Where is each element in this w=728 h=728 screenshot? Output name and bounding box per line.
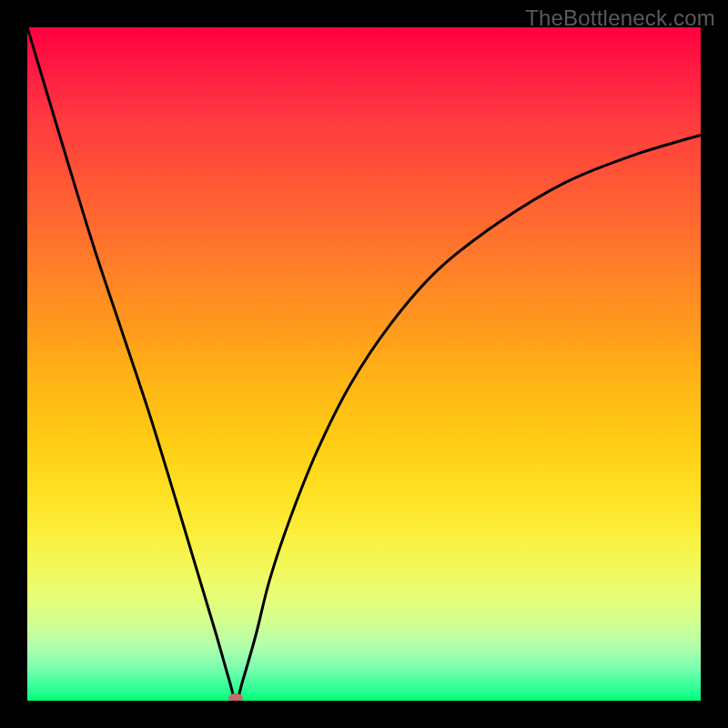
minimum-marker	[228, 693, 243, 701]
curve-layer	[27, 27, 701, 701]
chart-frame: TheBottleneck.com	[0, 0, 728, 728]
bottleneck-curve	[27, 27, 701, 701]
watermark-text: TheBottleneck.com	[525, 5, 715, 31]
chart-plot-area	[27, 27, 701, 701]
